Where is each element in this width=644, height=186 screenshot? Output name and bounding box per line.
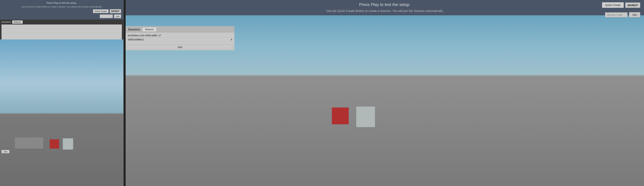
right-header-buttons-row2: Join [605,12,640,17]
left-header-row1: Quick Create 6AX6J7 [2,9,121,13]
sessions-label-left: Sessions [2,21,11,23]
right-header-title: Press Play to test the setup. [129,2,640,7]
scene-left: Join [0,39,123,186]
sessions-bar-left: Sessions Refresh [0,20,123,24]
sessions-bar-right: Sessions Refresh [126,26,234,33]
panel-divider [124,0,126,186]
table-row[interactable]: bcc5b3ea-c13c-4348-ad66- 17 [127,33,233,38]
left-header: Press Play to test the setup. Use the Qu… [0,0,123,20]
left-header-title: Press Play to test the setup. [2,1,121,4]
sessions-label-right: Sessions [128,28,140,31]
left-header-subtitle: Use the Quick Create Button to create a … [2,5,121,8]
join-button-right[interactable]: Join [629,12,640,17]
join-overlay-button-left[interactable]: Join [2,150,9,153]
cube-red-left [50,139,59,149]
cube-gray-left [63,138,73,150]
table-row[interactable]: 0d051e089b11 4 [127,38,233,42]
session-code-display-right: 6AX6J7 [625,2,640,8]
right-header: Press Play to test the setup. Use the Qu… [126,0,644,15]
quick-create-button-right[interactable]: Quick Create [602,2,624,8]
scene-background-left [0,39,123,186]
refresh-button-right[interactable]: Refresh [142,27,156,32]
session-id-1: bcc5b3ea-c13c-4348-ad66- 17 [128,34,161,37]
left-panel: Press Play to test the setup. Use the Qu… [0,0,124,186]
right-header-buttons-row1: Quick Create 6AX6J7 [602,2,640,8]
right-panel: Press Play to test the setup. Use the Qu… [126,0,644,186]
session-count-2: 4 [231,38,232,41]
sessions-area-right: Sessions Refresh bcc5b3ea-c13c-4348-ad66… [126,26,234,50]
refresh-button-left[interactable]: Refresh [12,20,23,24]
dots-left: ⋮ [118,181,121,185]
join-button-left[interactable]: Join [114,14,121,18]
left-header-row2: Join [2,14,121,18]
sessions-list-left [2,24,122,39]
right-header-subtitle: Use the Quick Create Button to create a … [129,9,640,13]
join-overlay-button-right[interactable]: Join [127,45,233,50]
session-code-display-left: 6AX6J7 [110,9,121,13]
quick-create-button-left[interactable]: Quick Create [93,9,108,13]
sessions-list-right: bcc5b3ea-c13c-4348-ad66- 17 0d051e089b11… [126,33,234,44]
cube-gray-right [356,106,375,127]
platform-left [15,137,43,149]
cube-red-right [332,107,349,124]
session-id-2: 0d051e089b11 [128,38,144,41]
session-code-input-right[interactable] [605,12,628,17]
session-code-input-left[interactable] [100,14,113,18]
